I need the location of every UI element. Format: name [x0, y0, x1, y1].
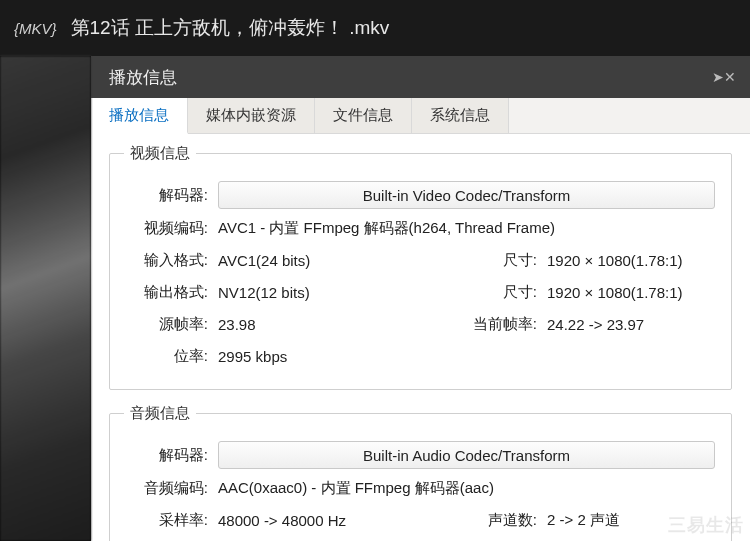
audio-sample-rate-label: 采样率: — [124, 511, 208, 530]
dialog-header: 播放信息 ➤✕ — [91, 56, 750, 98]
video-output-format-value: NV12(12 bits) — [218, 284, 310, 301]
audio-decoder-label: 解码器: — [124, 446, 208, 465]
format-tag: {MKV} — [14, 20, 57, 37]
video-current-fps-value: 24.22 -> 23.97 — [547, 316, 717, 333]
tab-system-info[interactable]: 系统信息 — [412, 98, 509, 133]
audio-info-group: 音频信息 解码器: Built-in Audio Codec/Transform… — [109, 404, 732, 541]
video-codec-label: 视频编码: — [124, 219, 208, 238]
audio-decoder-button[interactable]: Built-in Audio Codec/Transform — [218, 441, 715, 469]
video-input-size-value: 1920 × 1080(1.78:1) — [547, 252, 717, 269]
tab-playback-info[interactable]: 播放信息 — [91, 98, 188, 134]
audio-channels-label: 声道数: — [463, 511, 537, 530]
video-bitrate-label: 位率: — [124, 347, 208, 366]
video-source-fps-label: 源帧率: — [124, 315, 208, 334]
tab-bar: 播放信息 媒体内嵌资源 文件信息 系统信息 — [91, 98, 750, 134]
pin-icon[interactable]: ➤✕ — [712, 69, 736, 85]
file-title: 第12话 正上方敌机，俯冲轰炸！ .mkv — [71, 15, 390, 41]
video-input-format-label: 输入格式: — [124, 251, 208, 270]
audio-info-legend: 音频信息 — [124, 404, 196, 423]
video-input-format-value: AVC1(24 bits) — [218, 252, 310, 269]
window-titlebar: {MKV} 第12话 正上方敌机，俯冲轰炸！ .mkv — [0, 0, 750, 56]
video-input-size-label: 尺寸: — [463, 251, 537, 270]
tab-file-info[interactable]: 文件信息 — [315, 98, 412, 133]
tab-embedded-resources[interactable]: 媒体内嵌资源 — [188, 98, 315, 133]
video-preview-pane — [0, 56, 91, 541]
audio-sample-rate-value: 48000 -> 48000 Hz — [218, 512, 346, 529]
video-output-size-value: 1920 × 1080(1.78:1) — [547, 284, 717, 301]
audio-codec-value: AAC(0xaac0) - 内置 FFmpeg 解码器(aac) — [218, 479, 494, 498]
video-output-size-label: 尺寸: — [463, 283, 537, 302]
dialog-title: 播放信息 — [109, 66, 177, 89]
audio-codec-label: 音频编码: — [124, 479, 208, 498]
video-info-legend: 视频信息 — [124, 144, 196, 163]
video-info-group: 视频信息 解码器: Built-in Video Codec/Transform… — [109, 144, 732, 390]
playback-info-dialog: 播放信息 ➤✕ 播放信息 媒体内嵌资源 文件信息 系统信息 视频信息 解码器: … — [91, 56, 750, 541]
video-output-format-label: 输出格式: — [124, 283, 208, 302]
video-bitrate-value: 2995 kbps — [218, 348, 287, 365]
panel-body: 视频信息 解码器: Built-in Video Codec/Transform… — [91, 134, 750, 541]
video-current-fps-label: 当前帧率: — [463, 315, 537, 334]
audio-channels-value: 2 -> 2 声道 — [547, 511, 717, 530]
video-source-fps-value: 23.98 — [218, 316, 256, 333]
video-decoder-button[interactable]: Built-in Video Codec/Transform — [218, 181, 715, 209]
video-decoder-label: 解码器: — [124, 186, 208, 205]
video-codec-value: AVC1 - 内置 FFmpeg 解码器(h264, Thread Frame) — [218, 219, 555, 238]
